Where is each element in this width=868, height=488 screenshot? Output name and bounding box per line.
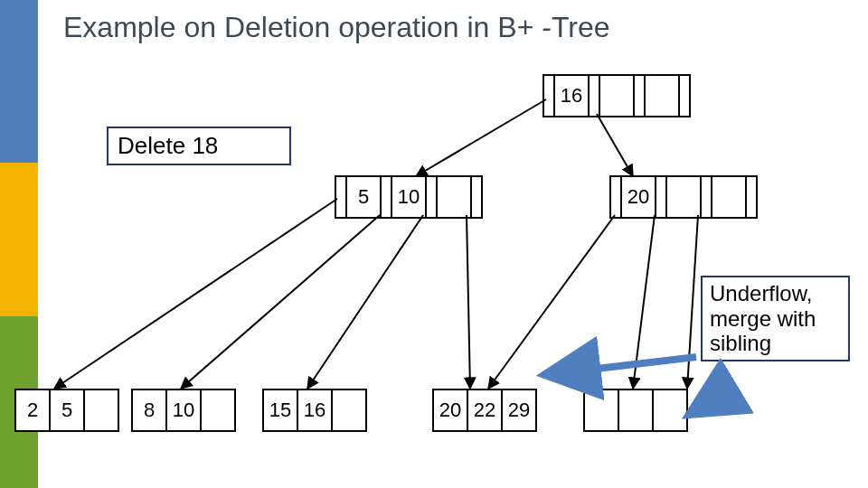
cell: 2 [16, 390, 51, 430]
svg-line-4 [307, 215, 423, 389]
node-internal-left: 5 10 [335, 175, 483, 219]
cell: 29 [503, 390, 535, 430]
band-blue [0, 0, 38, 163]
band-yellow [0, 163, 38, 316]
annotation-underflow: Underflow, merge with sibling [701, 276, 850, 361]
node-leaf-1: 2 5 [14, 389, 119, 432]
cell: 10 [167, 390, 202, 430]
node-root: 16 [542, 74, 691, 117]
svg-line-1 [597, 114, 633, 176]
cell: 5 [51, 390, 85, 430]
node-internal-right: 20 [609, 175, 758, 219]
svg-line-6 [488, 215, 615, 389]
delete-label: Delete 18 [107, 127, 291, 165]
cell [667, 177, 702, 217]
svg-line-3 [181, 215, 380, 389]
cell: 20 [622, 177, 656, 217]
cell: 16 [298, 390, 333, 430]
svg-line-2 [54, 199, 337, 389]
cell [600, 76, 635, 116]
svg-line-7 [633, 215, 655, 389]
cell: 22 [468, 390, 503, 430]
cell: 15 [264, 390, 298, 430]
cell: 5 [347, 177, 382, 217]
cell [202, 390, 234, 430]
svg-line-10 [687, 389, 732, 416]
cell: 16 [555, 76, 590, 116]
page-title: Example on Deletion operation in B+ -Tre… [63, 11, 609, 44]
svg-line-8 [687, 215, 698, 389]
cell [646, 76, 680, 116]
svg-line-0 [416, 99, 546, 176]
node-leaf-2: 8 10 [131, 389, 236, 432]
cell [333, 390, 365, 430]
cell [654, 390, 686, 430]
cell [438, 177, 472, 217]
cell: 20 [434, 390, 468, 430]
cell [619, 390, 654, 430]
cell [585, 390, 619, 430]
cell [85, 390, 118, 430]
svg-line-5 [467, 215, 470, 389]
svg-line-9 [542, 357, 696, 375]
cell [712, 177, 747, 217]
node-leaf-4: 20 22 29 [432, 389, 537, 432]
node-leaf-5 [583, 389, 688, 432]
cell: 8 [133, 390, 167, 430]
node-leaf-3: 15 16 [262, 389, 367, 432]
cell: 10 [392, 177, 427, 217]
